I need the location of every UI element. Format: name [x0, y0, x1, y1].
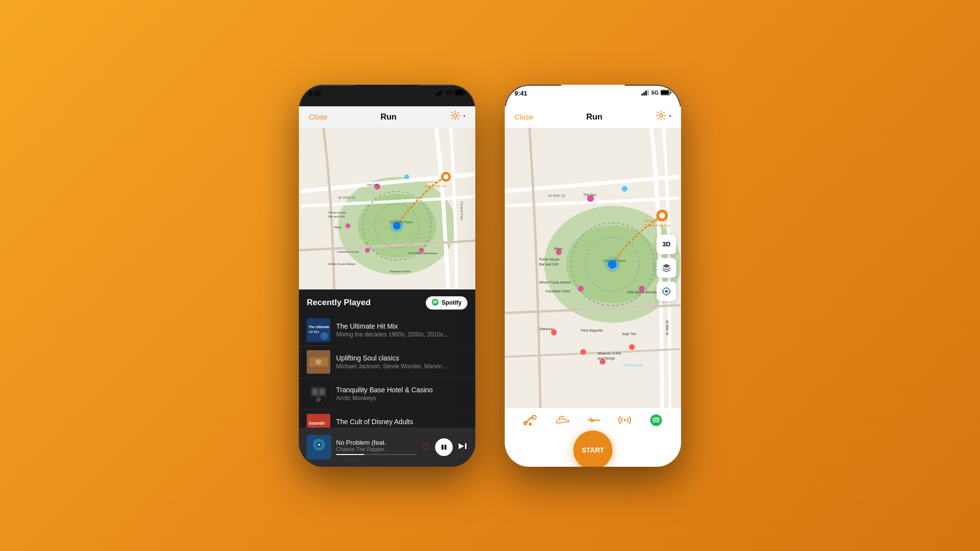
svg-text:Central Park Run: Central Park Run — [644, 223, 670, 227]
svg-text:W 60th St: W 60th St — [548, 193, 565, 198]
bottom-panel-1: Recently Played Spotify — [299, 289, 475, 467]
svg-point-19 — [345, 223, 350, 228]
skip-icon — [459, 443, 467, 450]
svg-text:The Duo: The Duo — [367, 183, 378, 186]
3d-button[interactable]: 3D — [657, 235, 676, 254]
svg-rect-2 — [440, 91, 441, 96]
signal-waves-icon — [618, 414, 632, 426]
svg-text:W 58th St: W 58th St — [665, 320, 669, 335]
page-title-1: Run — [380, 112, 396, 122]
tab-route[interactable] — [523, 414, 537, 426]
track-list: The Ultimate Hit Mix The Ultimate Hit Mi… — [299, 314, 475, 442]
skip-button[interactable] — [459, 442, 467, 452]
svg-text:Whole Foods Market: Whole Foods Market — [328, 263, 356, 265]
svg-text:Museum of Arts: Museum of Arts — [598, 351, 622, 355]
track-art-svg-3 — [307, 382, 330, 406]
heart-rate-icon — [588, 414, 600, 426]
track-art-svg-2 — [307, 350, 330, 374]
spotify-badge[interactable]: Spotify — [426, 296, 467, 310]
svg-rect-56 — [441, 445, 443, 450]
svg-point-74 — [659, 213, 665, 218]
track-artist-2: Michael Jackson, Stevie Wonder, Marvin..… — [336, 363, 467, 370]
pause-button[interactable] — [435, 438, 453, 456]
spotify-svg — [432, 299, 439, 306]
location-icon — [662, 287, 671, 296]
track-item-2[interactable]: Uplifting Soul clasics Michael Jackson, … — [299, 346, 475, 378]
svg-text:The Ultimate: The Ultimate — [309, 325, 329, 329]
tab-heart[interactable] — [588, 414, 600, 426]
track-artist-1: Mixing the decades 1900s, 2000s, 2010s..… — [336, 331, 467, 338]
track-art-svg-1: The Ultimate Hit Mix — [307, 318, 330, 342]
track-info-1: The Ultimate Hit Mix Mixing the decades … — [336, 322, 467, 338]
battery-icon-1 — [455, 90, 466, 96]
status-time-1: 9:41 — [309, 90, 321, 97]
svg-text:Whole Foods Market: Whole Foods Market — [539, 281, 571, 284]
track-name-2: Uplifting Soul clasics — [336, 354, 467, 362]
close-button-2[interactable]: Close — [514, 113, 533, 121]
svg-text:Porter House: Porter House — [328, 211, 346, 214]
signal-icon-2 — [641, 90, 649, 96]
track-artist-3: Arctic Monkeys — [336, 395, 467, 402]
svg-text:Starbucks: Starbucks — [539, 327, 555, 330]
now-playing-info: No Problem (feat. Chance The Rapper. — [336, 439, 416, 455]
layers-button[interactable] — [657, 258, 676, 278]
track-name-1: The Ultimate Hit Mix — [336, 322, 467, 330]
nav-bar-2: Close Run ● — [505, 106, 681, 128]
tab-shoe[interactable] — [555, 414, 570, 426]
svg-text:Central Park: Central Park — [460, 201, 464, 220]
close-button-1[interactable]: Close — [309, 113, 327, 121]
svg-point-7 — [453, 114, 457, 118]
svg-text:Start Point: Start Point — [644, 218, 660, 222]
spotify-tab-icon — [650, 414, 662, 427]
svg-rect-63 — [647, 90, 649, 96]
map-svg-2: W 60th St The Duo Masa Porter House Bar … — [505, 128, 681, 408]
svg-text:The Duo: The Duo — [583, 193, 596, 196]
svg-text:Le Plan Quay: Le Plan Quay — [622, 363, 643, 367]
track-item-1[interactable]: The Ultimate Hit Mix The Ultimate Hit Mi… — [299, 314, 475, 346]
battery-icon-2 — [661, 90, 671, 96]
now-playing-controls: ♡ — [421, 438, 467, 456]
svg-point-42 — [316, 359, 321, 365]
gear-svg-2 — [656, 110, 666, 121]
track-art-2 — [307, 350, 330, 374]
svg-point-39 — [320, 332, 328, 340]
svg-text:Museum of Arts: Museum of Arts — [390, 270, 411, 273]
svg-text:and Design: and Design — [598, 356, 615, 360]
nav-bar-1: Close Run ● — [299, 106, 475, 128]
location-button[interactable] — [657, 282, 676, 301]
svg-rect-0 — [436, 94, 437, 96]
page-title-2: Run — [586, 112, 602, 122]
svg-rect-65 — [661, 91, 669, 95]
recently-played-header: Recently Played Spotify — [299, 289, 475, 314]
network-1: 5G — [445, 90, 453, 96]
svg-point-47 — [316, 397, 321, 402]
svg-marker-58 — [459, 443, 464, 449]
start-button[interactable]: START — [573, 431, 612, 467]
now-art-svg — [307, 435, 331, 459]
tab-spotify[interactable] — [650, 414, 662, 427]
spotify-label: Spotify — [441, 299, 462, 306]
tab-signal[interactable] — [618, 414, 632, 426]
svg-point-78 — [622, 186, 628, 192]
svg-rect-60 — [641, 94, 643, 96]
svg-text:Porter House: Porter House — [539, 257, 560, 261]
svg-text:Central Park Run: Central Park Run — [424, 185, 446, 188]
svg-rect-3 — [441, 90, 443, 96]
map-area-2[interactable]: W 60th St The Duo Masa Porter House Bar … — [505, 128, 681, 408]
gear-icon-2[interactable]: ● — [656, 110, 671, 123]
svg-rect-61 — [643, 92, 645, 96]
gear-icon-1[interactable]: ● — [450, 110, 466, 123]
now-playing-track: No Problem (feat. — [336, 439, 416, 446]
svg-point-112 — [529, 423, 532, 426]
favorite-button[interactable]: ♡ — [421, 442, 429, 453]
svg-rect-1 — [438, 92, 439, 96]
svg-text:Central Park: Central Park — [603, 258, 626, 263]
now-playing-progress-fill — [336, 454, 364, 455]
map-area-1[interactable]: W 60th St Central Park Central Park The … — [299, 128, 475, 289]
svg-text:Hit Mix: Hit Mix — [309, 330, 319, 334]
shoe-icon — [555, 414, 570, 426]
tab-icons-row — [505, 408, 681, 431]
track-art-3 — [307, 382, 330, 406]
network-2: 5G — [651, 90, 659, 96]
track-item-3[interactable]: Tranquility Base Hotel & Casino Arctic M… — [299, 378, 475, 410]
